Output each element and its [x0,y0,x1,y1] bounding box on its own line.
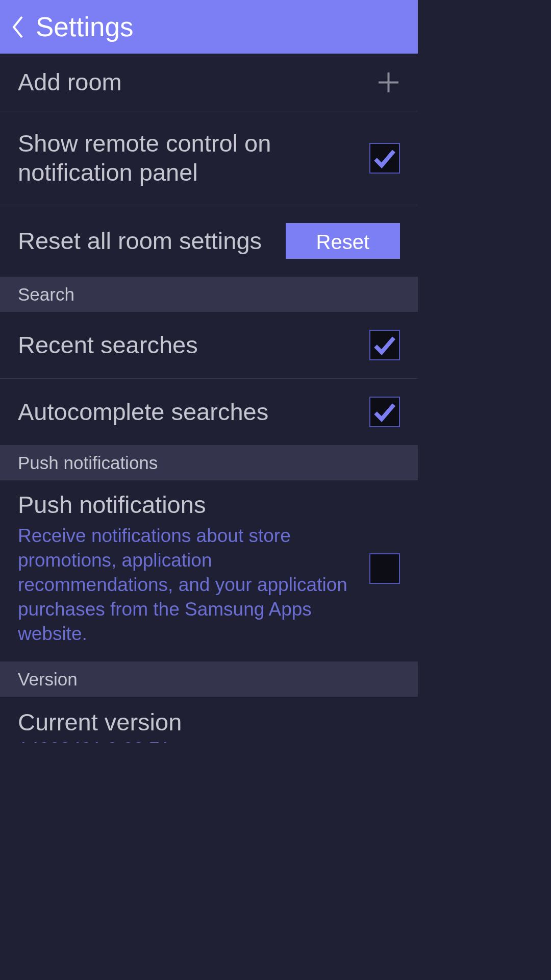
add-room-label: Add room [18,68,377,96]
search-section-header: Search [0,277,418,312]
recent-searches-label: Recent searches [18,331,369,359]
push-content: Push notifications Receive notifications… [18,491,369,646]
reset-button[interactable]: Reset [286,223,400,259]
version-value: 14030401.2.00.71 [18,739,400,743]
add-room-row[interactable]: Add room [0,54,418,111]
version-row: Current version 14030401.2.00.71 [0,697,418,743]
push-checkbox[interactable] [369,553,400,584]
header-bar: Settings [0,0,418,54]
version-label: Current version [18,708,400,736]
reset-room-row: Reset all room settings Reset [0,205,418,277]
push-description: Receive notifications about store promot… [18,524,359,646]
push-notifications-row[interactable]: Push notifications Receive notifications… [0,480,418,662]
autocomplete-checkbox[interactable] [369,397,400,427]
page-title: Settings [36,11,134,42]
plus-icon [377,71,400,94]
back-icon[interactable] [10,14,26,40]
recent-searches-checkbox[interactable] [369,330,400,360]
autocomplete-label: Autocomplete searches [18,398,369,426]
reset-room-label: Reset all room settings [18,227,286,255]
show-remote-row[interactable]: Show remote control on notification pane… [0,111,418,205]
show-remote-label: Show remote control on notification pane… [18,129,369,187]
recent-searches-row[interactable]: Recent searches [0,312,418,379]
autocomplete-row[interactable]: Autocomplete searches [0,379,418,446]
push-section-header: Push notifications [0,446,418,480]
push-label: Push notifications [18,491,359,519]
show-remote-checkbox[interactable] [369,143,400,174]
version-section-header: Version [0,662,418,697]
